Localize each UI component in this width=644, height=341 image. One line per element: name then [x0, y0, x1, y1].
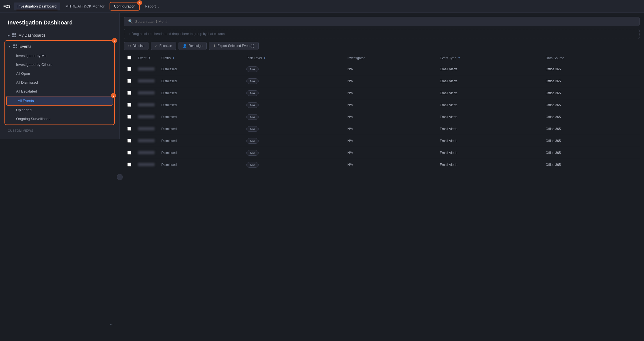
events-badge-b: b — [112, 38, 117, 43]
row-data-source-4: Office 365 — [542, 111, 640, 123]
events-table-wrap: EventID Status ▼ Risk Level ▼ — [120, 53, 644, 341]
table-row: Dismissed N/A N/A Email Alerts Office 36… — [124, 99, 640, 111]
row-checkbox-5[interactable] — [127, 127, 131, 131]
th-risk-level: Risk Level ▼ — [243, 53, 344, 63]
events-group-container: ▼ Events b Investigated by Me Investigat… — [4, 40, 115, 125]
blurred-id-5 — [138, 127, 155, 130]
row-data-source-5: Office 365 — [542, 123, 640, 135]
th-checkbox — [124, 53, 135, 63]
row-event-type-2: Email Alerts — [436, 87, 542, 99]
row-risk-3: N/A — [243, 99, 344, 111]
row-status-3: Dismissed — [158, 99, 243, 111]
event-type-filter-icon[interactable]: ▼ — [458, 56, 460, 59]
drag-hint: + Drag a column header and drop it here … — [124, 29, 640, 39]
row-checkbox-6[interactable] — [127, 139, 131, 143]
table-row: Dismissed N/A N/A Email Alerts Office 36… — [124, 75, 640, 87]
th-event-id: EventID — [135, 53, 158, 63]
row-event-type-4: Email Alerts — [436, 111, 542, 123]
escalate-icon: ↗ — [155, 44, 158, 48]
all-events-badge-c: c — [111, 93, 116, 98]
search-input[interactable] — [135, 19, 635, 24]
row-event-type-8: Email Alerts — [436, 159, 542, 171]
row-checkbox-cell — [124, 123, 135, 135]
sidebar-item-uploaded[interactable]: Uploaded — [5, 106, 114, 114]
select-all-checkbox[interactable] — [127, 56, 131, 59]
sidebar-item-my-dashboards[interactable]: ▶ My Dashboards — [4, 31, 115, 40]
table-row: Dismissed N/A N/A Email Alerts Office 36… — [124, 135, 640, 147]
nav-item-report[interactable]: Report ⌄ — [141, 3, 164, 10]
row-event-type-0: Email Alerts — [436, 63, 542, 75]
table-row: Dismissed N/A N/A Email Alerts Office 36… — [124, 111, 640, 123]
sidebar-section: ▶ My Dashboards ▼ Events b — [0, 31, 119, 133]
nav-item-mitre[interactable]: MITRE ATT&CK Monitor — [61, 3, 108, 10]
search-bar-wrap: 🔍 — [120, 13, 644, 29]
row-checkbox-cell — [124, 75, 135, 87]
th-data-source: Data Source — [542, 53, 640, 63]
escalate-button[interactable]: ↗ Escalate — [151, 42, 176, 50]
row-risk-5: N/A — [243, 123, 344, 135]
row-data-source-8: Office 365 — [542, 159, 640, 171]
row-checkbox-3[interactable] — [127, 103, 131, 107]
table-header-row: EventID Status ▼ Risk Level ▼ — [124, 53, 640, 63]
sidebar-item-investigated-by-me[interactable]: Investigated by Me — [5, 51, 114, 60]
dismiss-button[interactable]: ⊘ Dismiss — [124, 42, 148, 50]
row-checkbox-1[interactable] — [127, 79, 131, 83]
sidebar-item-all-dismissed[interactable]: All Dismissed — [5, 78, 114, 87]
sidebar-item-investigated-by-others[interactable]: Investigated by Others — [5, 60, 114, 69]
blurred-id-4 — [138, 115, 155, 118]
risk-filter-icon[interactable]: ▼ — [263, 56, 266, 59]
blurred-id-3 — [138, 103, 155, 106]
row-checkbox-0[interactable] — [127, 67, 131, 71]
sidebar-item-all-events[interactable]: All Events — [6, 96, 113, 106]
blurred-id-0 — [138, 67, 155, 71]
row-checkbox-2[interactable] — [127, 91, 131, 95]
row-risk-0: N/A — [243, 63, 344, 75]
row-event-type-7: Email Alerts — [436, 147, 542, 159]
row-event-id-6 — [135, 135, 158, 147]
row-event-id-0 — [135, 63, 158, 75]
row-investigator-4: N/A — [344, 111, 437, 123]
th-event-type: Event Type ▼ — [436, 53, 542, 63]
sidebar-item-all-escalated[interactable]: All Escalated — [5, 87, 114, 96]
row-data-source-0: Office 365 — [542, 63, 640, 75]
nav-item-configuration-wrap: Configuration a — [110, 2, 140, 11]
row-data-source-2: Office 365 — [542, 87, 640, 99]
row-checkbox-7[interactable] — [127, 151, 131, 155]
reassign-button[interactable]: 👤 Reassign — [179, 42, 207, 50]
row-risk-6: N/A — [243, 135, 344, 147]
row-risk-8: N/A — [243, 159, 344, 171]
table-row: Dismissed N/A N/A Email Alerts Office 36… — [124, 63, 640, 75]
row-status-1: Dismissed — [158, 75, 243, 87]
status-filter-icon[interactable]: ▼ — [172, 56, 175, 59]
sidebar-outer: Investigation Dashboard ▶ My Dashboards … — [0, 13, 120, 341]
sidebar-collapse-button[interactable]: ‹ — [117, 174, 123, 180]
row-event-id-4 — [135, 111, 158, 123]
table-body: Dismissed N/A N/A Email Alerts Office 36… — [124, 63, 640, 171]
row-investigator-8: N/A — [344, 159, 437, 171]
row-data-source-1: Office 365 — [542, 75, 640, 87]
blurred-id-7 — [138, 151, 155, 154]
sidebar: Investigation Dashboard ▶ My Dashboards … — [0, 13, 120, 139]
export-selected-button[interactable]: ⬇ Export Selected Event(s) — [209, 42, 259, 50]
events-table: EventID Status ▼ Risk Level ▼ — [124, 53, 640, 171]
row-investigator-0: N/A — [344, 63, 437, 75]
row-checkbox-8[interactable] — [127, 163, 131, 166]
nav-item-investigation-dashboard[interactable]: Investigation Dashboard — [14, 3, 60, 10]
sidebar-item-ongoing-surveillance[interactable]: Ongoing Surveillance — [5, 115, 114, 123]
blurred-id-1 — [138, 79, 155, 83]
sidebar-options-dots[interactable]: ⋮ — [110, 323, 114, 327]
row-checkbox-4[interactable] — [127, 115, 131, 119]
sidebar-item-all-events-wrap: All Events c — [5, 96, 114, 106]
nav-item-configuration[interactable]: Configuration a — [110, 2, 140, 11]
sidebar-item-all-open[interactable]: All Open — [5, 69, 114, 78]
row-investigator-7: N/A — [344, 147, 437, 159]
action-buttons: ⊘ Dismiss ↗ Escalate 👤 Reassign ⬇ Export… — [120, 42, 644, 53]
row-data-source-7: Office 365 — [542, 147, 640, 159]
row-investigator-5: N/A — [344, 123, 437, 135]
custom-views-label: Custom Views — [4, 126, 115, 133]
events-grid-icon — [13, 44, 17, 48]
sidebar-group-events[interactable]: ▼ Events b — [5, 42, 114, 51]
row-status-4: Dismissed — [158, 111, 243, 123]
dashboards-grid-icon — [12, 33, 16, 37]
table-row: Dismissed N/A N/A Email Alerts Office 36… — [124, 159, 640, 171]
